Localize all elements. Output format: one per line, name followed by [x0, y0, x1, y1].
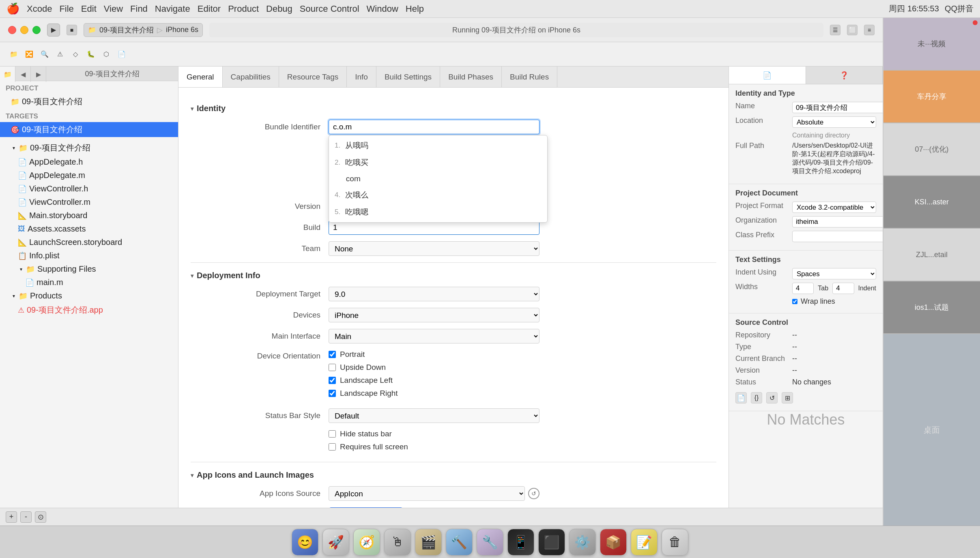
project-item[interactable]: 📁 09-项目文件介绍 — [0, 94, 178, 109]
rp-class-prefix-input[interactable] — [792, 231, 883, 242]
main-interface-select[interactable]: Main — [329, 329, 539, 343]
autocomplete-item-2[interactable]: 2. 吃哦买 — [329, 154, 547, 171]
menu-view[interactable]: View — [104, 4, 123, 14]
tab-build-rules[interactable]: Build Rules — [502, 67, 557, 87]
tree-item-app[interactable]: ⚠ 09-项目文件介绍.app — [0, 303, 178, 318]
inspector-tab-help[interactable]: ❓ — [806, 67, 883, 84]
menu-file[interactable]: File — [59, 4, 73, 14]
status-bar-style-select[interactable]: Default — [329, 408, 539, 423]
dock-tools[interactable]: 🔧 — [477, 529, 503, 556]
fullscreen-button[interactable] — [32, 26, 41, 34]
tree-item-info-plist[interactable]: 📋 Info.plist — [0, 249, 178, 262]
tab-info[interactable]: Info — [347, 67, 376, 87]
portrait-checkbox[interactable] — [329, 351, 336, 358]
far-right-item-zjl[interactable]: ZJL...etail — [883, 229, 980, 281]
far-right-item-optimize[interactable]: 07···(优化) — [883, 123, 980, 176]
app-icons-section-header[interactable]: ▾ App Icons and Launch Images — [191, 470, 716, 480]
debug-nav-icon[interactable]: 🐛 — [85, 49, 97, 60]
nav-tab-back[interactable]: ◀ — [15, 67, 31, 82]
menu-find[interactable]: Find — [130, 4, 148, 14]
tree-item-launchscreen[interactable]: 📐 LaunchScreen.storyboard — [0, 236, 178, 249]
tree-item-main-storyboard[interactable]: 📐 Main.storyboard — [0, 209, 178, 222]
tab-general[interactable]: General — [178, 67, 223, 87]
rp-name-input[interactable] — [792, 102, 883, 113]
autocomplete-item-3[interactable]: 3. com — [329, 171, 547, 187]
nav-tab-forward[interactable]: ▶ — [31, 67, 46, 82]
autocomplete-item-1[interactable]: 1. 从哦吗 — [329, 137, 547, 154]
breakpoints-icon[interactable]: ⬡ — [101, 49, 112, 60]
tree-item-assets[interactable]: 🖼 Assets.xcassets — [0, 222, 178, 236]
tree-item-supporting-files[interactable]: ▾ 📁 Supporting Files — [0, 262, 178, 276]
landscape-left-checkbox[interactable] — [329, 377, 336, 384]
menu-source-control[interactable]: Source Control — [300, 4, 359, 14]
menu-window[interactable]: Window — [367, 4, 398, 14]
rp-indent-using-select[interactable]: Spaces — [792, 268, 876, 279]
hide-status-bar-checkbox[interactable] — [329, 430, 336, 438]
menu-xcode[interactable]: Xcode — [27, 4, 52, 14]
far-right-item-ios1[interactable]: ios1...试题 — [883, 281, 980, 334]
dock-phone[interactable]: 📱 — [507, 529, 534, 556]
sc-refresh-icon[interactable]: ↺ — [766, 392, 778, 403]
tree-item-root-folder[interactable]: ▾ 📁 09-项目文件介绍 — [0, 140, 178, 155]
tree-item-viewcontroller-h[interactable]: 📄 ViewController.h — [0, 182, 178, 195]
minimize-button[interactable] — [20, 26, 28, 34]
report-icon[interactable]: 📄 — [116, 49, 127, 60]
add-file-button[interactable]: + — [6, 511, 17, 523]
run-button[interactable]: ▶ — [47, 24, 60, 36]
requires-full-screen-checkbox[interactable] — [329, 443, 336, 451]
source-control-icon[interactable]: 🔀 — [24, 49, 35, 60]
autocomplete-item-4[interactable]: 4. 次哦么 — [329, 187, 547, 204]
dock-notes[interactable]: 📝 — [631, 529, 658, 556]
tab-build-phases[interactable]: Build Phases — [440, 67, 502, 87]
scheme-selector[interactable]: 📁 09-项目文件介绍 ▷ iPhone 6s — [84, 23, 203, 37]
dock-emc[interactable]: 📦 — [600, 529, 627, 556]
menu-edit[interactable]: Edit — [81, 4, 97, 14]
menu-navigate[interactable]: Navigate — [155, 4, 190, 14]
test-icon[interactable]: ◇ — [70, 49, 81, 60]
tree-item-appdelegate-h[interactable]: 📄 AppDelegate.h — [0, 155, 178, 169]
tab-capabilities[interactable]: Capabilities — [223, 67, 279, 87]
identity-section-header[interactable]: ▾ Identity — [191, 104, 716, 113]
deployment-section-header[interactable]: ▾ Deployment Info — [191, 271, 716, 280]
nav-tab-folder[interactable]: 📁 — [0, 67, 15, 82]
far-right-desktop[interactable]: 桌面 — [883, 334, 980, 526]
dock-finder[interactable]: 😊 — [292, 529, 318, 556]
app-icons-source-select[interactable]: AppIcon — [329, 486, 525, 501]
tab-build-settings[interactable]: Build Settings — [376, 67, 440, 87]
app-icons-refresh[interactable]: ↺ — [528, 488, 539, 499]
remove-file-button[interactable]: - — [20, 511, 32, 523]
tree-item-products[interactable]: ▾ 📁 Products — [0, 289, 178, 303]
navigator-toggle[interactable]: ☰ — [830, 25, 840, 35]
dock-xcode[interactable]: 🔨 — [446, 529, 473, 556]
dock-safari[interactable]: 🧭 — [353, 529, 380, 556]
stop-button[interactable]: ■ — [67, 25, 77, 35]
rp-indent-width-input[interactable] — [832, 283, 854, 294]
sc-grid-icon[interactable]: ⊞ — [782, 392, 793, 403]
menu-debug[interactable]: Debug — [266, 4, 292, 14]
far-right-item-video[interactable]: 未···视频 — [883, 18, 980, 71]
sc-add-icon[interactable]: 📄 — [735, 392, 747, 403]
upside-down-checkbox[interactable] — [329, 364, 336, 371]
rp-wrap-lines-checkbox[interactable] — [792, 299, 797, 304]
rp-project-format-select[interactable]: Xcode 3.2-compatible — [792, 202, 876, 213]
autocomplete-item-5[interactable]: 5. 吃哦嗯 — [329, 204, 547, 221]
target-item[interactable]: 🎯 09-项目文件介绍 — [0, 122, 178, 137]
menu-product[interactable]: Product — [228, 4, 259, 14]
warning-icon[interactable]: ⚠ — [54, 49, 66, 60]
tree-item-viewcontroller-m[interactable]: 📄 ViewController.m — [0, 195, 178, 209]
inspector-tab-file[interactable]: 📄 — [729, 67, 806, 84]
landscape-right-checkbox[interactable] — [329, 390, 336, 397]
deployment-target-select[interactable]: 9.0 — [329, 287, 539, 301]
far-right-item-chadan[interactable]: 车丹分享 — [883, 71, 980, 123]
debug-toggle[interactable]: ⬜ — [847, 25, 858, 35]
devices-select[interactable]: iPhone — [329, 308, 539, 322]
tree-item-appdelegate-m[interactable]: 📄 AppDelegate.m — [0, 169, 178, 182]
rp-tab-width-input[interactable] — [792, 283, 814, 294]
far-right-item-ksi[interactable]: KSI...aster — [883, 176, 980, 229]
tree-item-main-m[interactable]: 📄 main.m — [0, 276, 178, 289]
dock-media[interactable]: 🎬 — [415, 529, 442, 556]
team-select[interactable]: None — [329, 241, 539, 256]
rp-location-select[interactable]: Absolute — [792, 116, 876, 128]
close-button[interactable] — [8, 26, 16, 34]
dock-settings[interactable]: ⚙️ — [569, 529, 596, 556]
